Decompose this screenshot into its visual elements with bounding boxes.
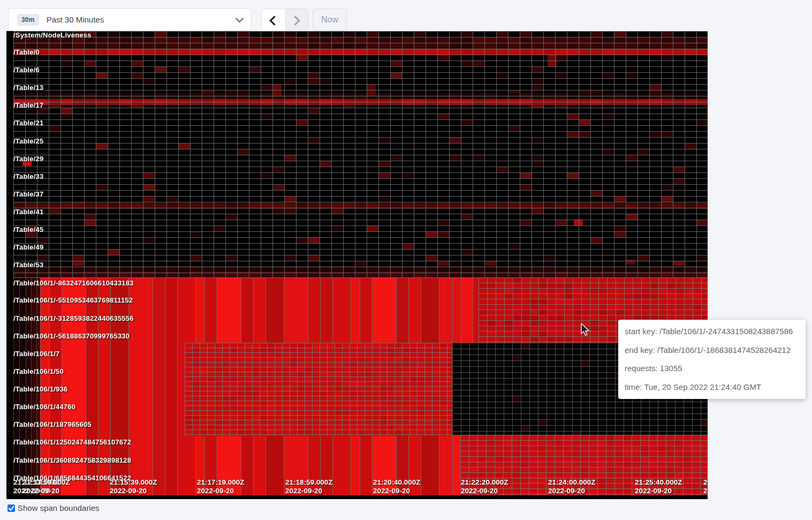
now-button[interactable]: Now [313,9,347,31]
checkbox-checked-icon[interactable] [7,504,15,512]
key-visualizer-chart: /System/NodeLiveness/Table/0/Table/6/Tab… [6,31,708,499]
chevron-right-icon [290,16,300,25]
time-window-badge: 30m [17,14,39,26]
time-window-label: Past 30 Minutes [47,15,104,24]
tooltip-line: end key: /Table/106/1/-18683814745282642… [625,345,799,355]
show-span-boundaries-label: Show span boundaries [18,503,100,513]
chevron-left-icon [269,16,279,25]
cell-tooltip: start key: /Table/106/1/-247433150824388… [618,320,806,399]
tooltip-line: start key: /Table/106/1/-247433150824388… [625,327,799,336]
key-visualizer-heatmap[interactable] [6,31,708,499]
tooltip-line: time: Tue, 20 Sep 2022 21:24:40 GMT [625,382,799,391]
next-window-button[interactable] [285,9,308,32]
chevron-down-icon [236,14,244,23]
time-nav-button-group [261,9,308,32]
previous-window-button[interactable] [262,9,285,32]
tooltip-line: requests: 13055 [625,364,799,373]
time-window-dropdown[interactable]: 30m Past 30 Minutes [8,8,252,31]
show-span-boundaries-control[interactable]: Show span boundaries [7,503,100,513]
